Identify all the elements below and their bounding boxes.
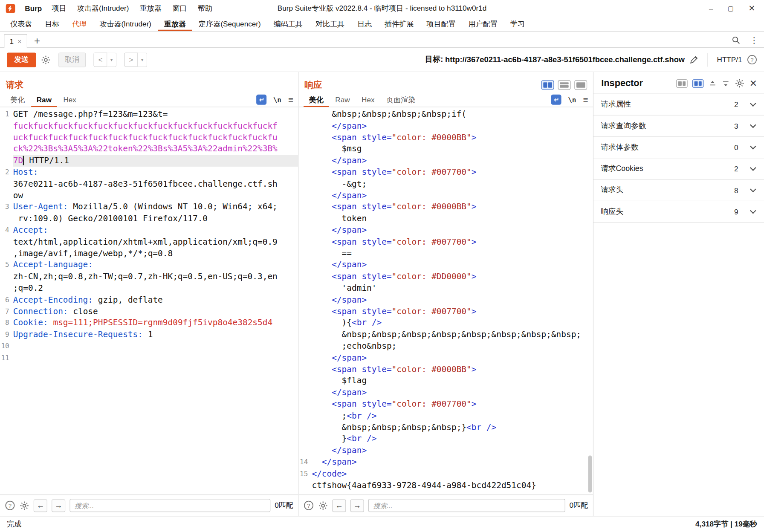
view-tab-Hex[interactable]: Hex <box>356 93 380 107</box>
close-icon[interactable]: ✕ <box>748 4 755 12</box>
next-match-icon[interactable]: → <box>350 499 364 512</box>
repeater-tab-label: 1 <box>10 37 14 45</box>
main-tab-bar: 仪表盘目标代理攻击器(Intruder)重放器定序器(Sequencer)编码工… <box>0 17 764 32</box>
add-tab-button[interactable]: + <box>34 35 40 46</box>
main-tab-0[interactable]: 仪表盘 <box>4 17 38 31</box>
main-tab-12[interactable]: 学习 <box>504 17 531 31</box>
history-back-icon[interactable]: < <box>93 52 107 66</box>
search-help-icon[interactable]: ? <box>5 500 15 511</box>
request-line: ;q=0.2 <box>0 283 298 294</box>
history-back-group: < ▾ <box>93 52 116 66</box>
inspector-settings-gear-icon[interactable] <box>735 78 745 88</box>
search-settings-gear-icon[interactable] <box>20 500 29 510</box>
inspector-layout-left-icon[interactable] <box>676 79 687 87</box>
next-match-icon[interactable]: → <box>52 499 65 512</box>
response-line: 15</code> <box>299 468 593 480</box>
search-help-icon[interactable]: ? <box>304 500 314 511</box>
inspector-section-5[interactable]: 响应头9 <box>593 201 764 223</box>
inspector-section-count: 2 <box>734 100 738 108</box>
response-searchbar: ? ← → 0匹配 <box>299 494 593 516</box>
main-tab-9[interactable]: 插件扩展 <box>378 17 420 31</box>
inspector-section-4[interactable]: 请求头8 <box>593 180 764 201</box>
menu-item-0[interactable]: 项目 <box>52 4 66 13</box>
request-match-count: 0匹配 <box>275 501 293 510</box>
menu-item-3[interactable]: 窗口 <box>172 4 187 13</box>
expand-all-icon[interactable] <box>722 80 730 87</box>
view-tab-美化[interactable]: 美化 <box>5 93 30 107</box>
request-code[interactable]: 1GET /message.php?f=123&m=123&t=fuckfuck… <box>0 107 298 494</box>
inspector-sections: 请求属性2请求查询参数3请求体参数0请求Cookies2请求头8响应头9 <box>593 93 764 223</box>
response-title: 响应 <box>304 79 322 90</box>
response-code[interactable]: &nbsp;&nbsp;&nbsp;&nbsp;if(</span><span … <box>299 107 593 494</box>
main-tab-1[interactable]: 目标 <box>38 17 66 31</box>
request-line: rv:109.0) Gecko/20100101 Firefox/117.0 <box>0 213 298 225</box>
view-tab-Hex[interactable]: Hex <box>58 93 82 107</box>
http-version-help-icon[interactable]: ? <box>747 55 757 65</box>
tab-close-icon[interactable]: × <box>17 38 21 45</box>
main-tab-3[interactable]: 攻击器(Intruder) <box>93 17 158 31</box>
word-wrap-icon[interactable] <box>551 95 561 105</box>
inspector-section-2[interactable]: 请求体参数0 <box>593 137 764 158</box>
response-line: $flag <box>299 375 593 387</box>
chevron-down-icon <box>750 100 756 107</box>
word-wrap-icon[interactable] <box>256 95 266 105</box>
main-tab-7[interactable]: 对比工具 <box>309 17 351 31</box>
inspector-layout-right-icon[interactable] <box>692 79 703 87</box>
history-forward-dropdown-icon[interactable]: ▾ <box>138 52 147 66</box>
menu-burp[interactable]: Burp <box>25 4 42 12</box>
request-line: text/html,application/xhtml+xml,applicat… <box>0 236 298 248</box>
minimize-icon[interactable]: – <box>709 5 713 12</box>
send-button[interactable]: 发送 <box>7 52 36 67</box>
response-line: == <box>299 248 593 259</box>
menu-item-1[interactable]: 攻击器(Intruder) <box>77 4 129 13</box>
response-line: </span> <box>299 155 593 167</box>
inspector-section-3[interactable]: 请求Cookies2 <box>593 158 764 179</box>
menu-item-4[interactable]: 帮助 <box>198 4 212 13</box>
view-tab-美化[interactable]: 美化 <box>304 93 329 107</box>
menu-item-2[interactable]: 重放器 <box>140 4 162 13</box>
history-forward-icon[interactable]: > <box>124 52 138 66</box>
search-settings-gear-icon[interactable] <box>318 500 328 510</box>
scrollbar-thumb[interactable] <box>588 456 592 493</box>
more-options-icon[interactable]: ⋮ <box>750 36 758 44</box>
editor-menu-icon[interactable]: ≡ <box>583 95 588 104</box>
maximize-icon[interactable]: ▢ <box>728 5 734 12</box>
show-newlines-icon[interactable]: \n <box>568 96 576 104</box>
repeater-tab-1[interactable]: 1 × <box>4 34 27 48</box>
prev-match-icon[interactable]: ← <box>332 499 346 512</box>
inspector-section-0[interactable]: 请求属性2 <box>593 94 764 116</box>
svg-text:?: ? <box>307 503 310 509</box>
show-newlines-icon[interactable]: \n <box>273 96 281 104</box>
main-tab-5[interactable]: 定序器(Sequencer) <box>192 17 267 31</box>
main-tab-2[interactable]: 代理 <box>66 17 93 31</box>
collapse-all-icon[interactable] <box>709 80 717 87</box>
view-tab-Raw[interactable]: Raw <box>330 93 355 107</box>
search-icon[interactable] <box>732 36 740 44</box>
main-tab-6[interactable]: 编码工具 <box>267 17 309 31</box>
response-stats: 4,318字节 | 19毫秒 <box>695 520 757 529</box>
prev-match-icon[interactable]: ← <box>34 499 47 512</box>
layout-rows-icon[interactable] <box>558 80 571 90</box>
inspector-section-1[interactable]: 请求查询参数3 <box>593 116 764 137</box>
editor-menu-icon[interactable]: ≡ <box>288 95 293 104</box>
main-tab-11[interactable]: 用户配置 <box>462 17 504 31</box>
view-tab-页面渲染[interactable]: 页面渲染 <box>381 93 421 107</box>
edit-target-pencil-icon[interactable] <box>689 55 699 64</box>
layout-single-icon[interactable] <box>574 80 587 90</box>
main-tab-10[interactable]: 项目配置 <box>420 17 462 31</box>
burp-window: Burp 项目攻击器(Intruder)重放器窗口帮助 Burp Suite专业… <box>0 0 764 532</box>
main-tab-4[interactable]: 重放器 <box>158 17 192 31</box>
send-settings-gear-icon[interactable] <box>41 55 51 65</box>
chevron-down-icon <box>750 186 756 192</box>
history-back-dropdown-icon[interactable]: ▾ <box>107 52 116 66</box>
window-controls: – ▢ ✕ <box>709 4 758 12</box>
cancel-button[interactable]: 取消 <box>58 52 86 67</box>
layout-columns-icon[interactable] <box>541 80 554 90</box>
request-search-input[interactable] <box>69 499 270 512</box>
request-line: 367e0211-ac6b-4187-a8e3-51f6501fbcee.cha… <box>0 178 298 190</box>
view-tab-Raw[interactable]: Raw <box>31 93 57 107</box>
inspector-close-icon[interactable]: ✕ <box>750 79 757 88</box>
response-search-input[interactable] <box>368 499 565 512</box>
main-tab-8[interactable]: 日志 <box>351 17 378 31</box>
burp-logo-icon <box>6 4 15 13</box>
